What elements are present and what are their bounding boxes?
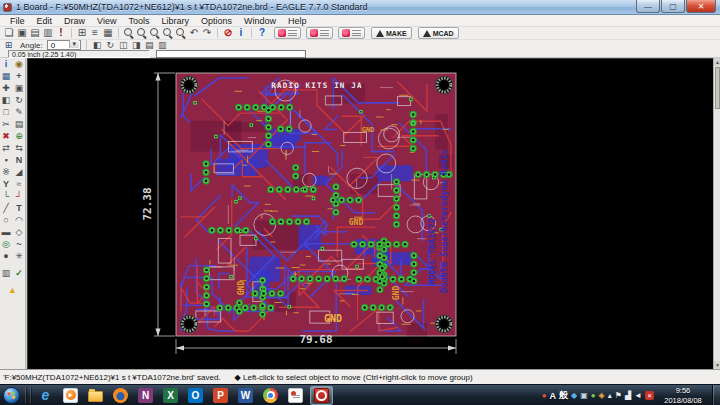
stop-icon[interactable]: ⊘ (222, 27, 234, 39)
hole-tool[interactable]: ● (1, 251, 12, 262)
zoom-in-icon[interactable] (136, 27, 148, 39)
taskbar-excel-button[interactable]: X (160, 387, 181, 404)
paste-tool[interactable]: ▤ (14, 119, 25, 130)
move-tool[interactable]: ✚ (1, 83, 12, 94)
show-tool[interactable]: ◉ (14, 59, 25, 70)
miter-tool[interactable]: ◢ (14, 167, 25, 178)
print-icon[interactable]: ▤ (29, 27, 41, 39)
menu-help[interactable]: Help (282, 15, 313, 27)
menu-window[interactable]: Window (238, 15, 282, 27)
open-icon[interactable]: ❏ (3, 27, 15, 39)
taskbar-ie-button[interactable]: e (35, 387, 56, 404)
undo-icon[interactable]: ↶ (188, 27, 200, 39)
grid-toggle-icon[interactable]: ⊞ (3, 40, 14, 50)
wire-tool[interactable]: ╱ (1, 203, 12, 214)
layer-settings-icon[interactable]: ≡ (89, 27, 101, 39)
display-tool[interactable]: ▦ (1, 71, 12, 82)
tray-icon-2[interactable]: ▣ (580, 392, 588, 400)
menu-library[interactable]: Library (155, 15, 195, 27)
menu-view[interactable]: View (91, 15, 122, 27)
angle-select[interactable]: 0 (47, 40, 81, 50)
ratsnest-tool[interactable]: ✳ (14, 251, 25, 262)
zoom-fit-icon[interactable] (123, 27, 135, 39)
taskbar-powerpoint-button[interactable]: P (210, 387, 231, 404)
redo-icon[interactable]: ↷ (201, 27, 213, 39)
make-button[interactable]: MAKE (371, 27, 412, 39)
rect-tool[interactable]: ▬ (1, 227, 12, 238)
pattern2-icon[interactable]: ▥ (157, 40, 168, 50)
taskbar-clock[interactable]: 9:56 2018/08/08 (656, 386, 710, 405)
rotate-tool[interactable]: ↻ (14, 95, 25, 106)
delete-tool[interactable]: ✖ (1, 131, 12, 142)
errors-tool[interactable]: ▲ (7, 285, 18, 296)
copy-tool[interactable]: ▣ (14, 83, 25, 94)
tray-icon-3[interactable]: ● (591, 392, 596, 400)
grid-icon[interactable]: ⊞ (76, 27, 88, 39)
optimize-tool[interactable]: ≈ (14, 179, 25, 190)
help-icon[interactable]: ? (256, 27, 268, 39)
circle-tool[interactable]: ○ (1, 215, 12, 226)
fab-service-button-2[interactable] (306, 27, 333, 39)
zoom-select-icon[interactable] (175, 27, 187, 39)
tray-icon-4[interactable]: ◈ (599, 392, 605, 400)
mirror-icon[interactable]: ◧ (92, 40, 103, 50)
auto-tool[interactable]: ▥ (1, 268, 12, 279)
taskbar-outlook-button[interactable]: O (185, 387, 206, 404)
scroll-down-arrow[interactable]: ▼ (714, 361, 720, 369)
group-tool[interactable]: □ (1, 107, 12, 118)
menu-edit[interactable]: Edit (31, 15, 59, 27)
pinswap-tool[interactable]: ⇄ (1, 143, 12, 154)
board-canvas[interactable]: 72.38 79.68 RADIO KITS IN JA MODEL'TDA10… (27, 58, 713, 369)
drawing-canvas[interactable]: 72.38 79.68 RADIO KITS IN JA MODEL'TDA10… (27, 58, 713, 369)
menu-draw[interactable]: Draw (58, 15, 91, 27)
scrollbar-thumb[interactable] (715, 67, 720, 109)
vertical-scrollbar[interactable]: ▲ ▼ (713, 58, 720, 369)
via-tool[interactable]: ◎ (1, 239, 12, 250)
run-script-icon[interactable]: ! (55, 27, 67, 39)
tray-network-icon[interactable]: ▟ (625, 392, 631, 400)
taskbar-media-player-button[interactable] (60, 387, 81, 404)
command-line-input[interactable] (156, 50, 306, 58)
tray-flag-icon[interactable]: ⚑ (615, 392, 622, 400)
menu-tools[interactable]: Tools (122, 15, 155, 27)
info-tool[interactable]: i (1, 59, 12, 70)
tray-volume-icon[interactable]: ◄ (634, 392, 642, 400)
hidden-icons-arrow[interactable]: ▴ (608, 392, 612, 400)
name-tool[interactable]: N (14, 155, 25, 166)
pattern1-icon[interactable]: ▤ (144, 40, 155, 50)
ripup-tool[interactable]: ┘ (14, 191, 25, 202)
taskbar-explorer-button[interactable] (85, 387, 106, 403)
maximize-button[interactable]: ▢ (661, 0, 685, 13)
taskbar-word-button[interactable]: W (235, 387, 256, 404)
replace-tool[interactable]: ⇆ (14, 143, 25, 154)
signal-tool[interactable]: ~ (14, 239, 25, 250)
menu-file[interactable]: File (4, 15, 31, 27)
mcad-button[interactable]: MCAD (418, 27, 459, 39)
minimize-button[interactable]: — (636, 0, 660, 13)
taskbar-firefox-button[interactable] (110, 387, 131, 404)
info-icon[interactable]: i (235, 27, 247, 39)
split-tool[interactable]: Y (1, 179, 12, 190)
show-desktop-button[interactable] (712, 385, 720, 405)
taskbar-eagle-button[interactable] (310, 386, 333, 405)
close-button[interactable]: ✕ (686, 0, 716, 13)
drc-tool[interactable]: ✓ (14, 268, 25, 279)
ime-mode-indicator[interactable]: A (550, 391, 557, 401)
menu-options[interactable]: Options (195, 15, 238, 27)
ime-kana-indicator[interactable]: 般 (559, 389, 568, 402)
zoom-redraw-icon[interactable] (162, 27, 174, 39)
lock-tool[interactable]: ▪ (1, 155, 12, 166)
display-layers-icon[interactable]: ▦ (102, 27, 114, 39)
tray-app-icon[interactable]: ● (542, 392, 547, 400)
add-tool[interactable]: ⊕ (14, 131, 25, 142)
halign-icon[interactable]: ◫ (118, 40, 129, 50)
rotate-icon[interactable]: ↻ (105, 40, 116, 50)
smash-tool[interactable]: ※ (1, 167, 12, 178)
tray-security-icon[interactable]: ✕ (645, 391, 654, 400)
arc-tool[interactable]: ◠ (14, 215, 25, 226)
change-tool[interactable]: ✎ (14, 107, 25, 118)
fab-service-button-3[interactable] (338, 27, 365, 39)
valign-icon[interactable]: ◨ (131, 40, 142, 50)
taskbar-notes-button[interactable] (285, 387, 306, 404)
save-icon[interactable]: ▣ (16, 27, 28, 39)
